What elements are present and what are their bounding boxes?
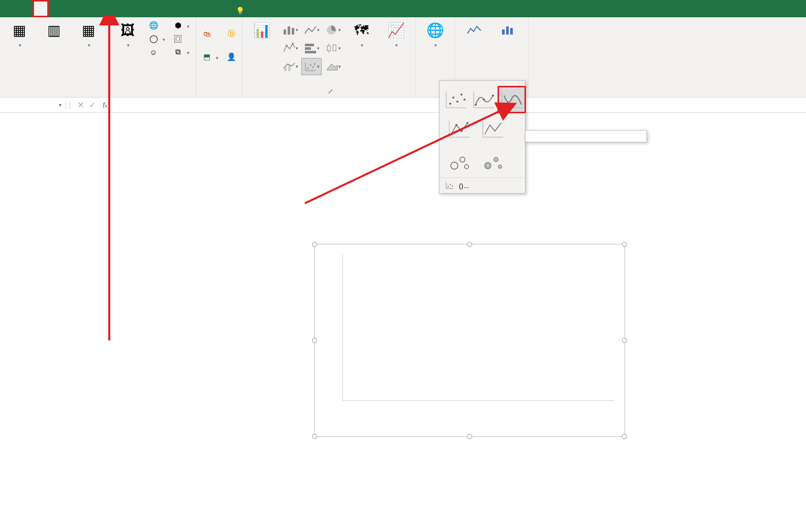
screenshot-button[interactable]: ⧉ <box>170 46 193 58</box>
svg-rect-0 <box>284 29 286 35</box>
column-chart-button[interactable]: ▾ <box>280 21 300 39</box>
bubble-option[interactable] <box>443 149 475 176</box>
tab-relaxword[interactable] <box>195 0 211 17</box>
svg-point-5 <box>292 43 294 45</box>
tab-relaxapps[interactable] <box>211 0 228 17</box>
scatter-lines-option[interactable] <box>476 115 509 143</box>
tab-home[interactable] <box>16 0 33 17</box>
svg-point-42 <box>455 124 457 126</box>
svg-rect-7 <box>305 47 311 50</box>
svg-point-49 <box>464 165 469 169</box>
svg-point-50 <box>484 162 491 169</box>
scatter-lines-markers-option[interactable] <box>443 115 475 143</box>
image-icon: 🖼 <box>119 21 136 39</box>
store-icon: 🛍 <box>202 29 211 38</box>
tab-data[interactable] <box>98 0 114 17</box>
svg-point-44 <box>467 122 469 124</box>
map-icon: 🗺 <box>353 21 370 39</box>
svg-point-55 <box>448 186 449 187</box>
bubble-3d-option[interactable] <box>476 149 509 176</box>
enter-icon[interactable]: ✓ <box>89 100 96 110</box>
online-image-button[interactable]: 🌐 <box>146 19 168 32</box>
embedded-chart[interactable] <box>314 244 625 437</box>
table-button[interactable]: ▦ <box>72 19 105 50</box>
svg-point-51 <box>493 157 499 162</box>
svg-point-30 <box>460 93 462 96</box>
pivot-table-button[interactable]: ▦ <box>3 19 36 50</box>
globe-icon: 🌐 <box>426 21 444 39</box>
scatter-smooth-markers-option[interactable] <box>470 86 497 113</box>
menu-tabs: 💡 <box>0 0 806 17</box>
svg-rect-6 <box>305 44 314 46</box>
surface-chart-button[interactable]: ▾ <box>323 58 343 75</box>
more-scatter-option[interactable]: ()... <box>440 177 525 193</box>
svg-rect-14 <box>288 65 291 71</box>
ribbon-group-illust: 🖼 🌐 ◯ ☺ ⬢ ⿴ ⧉ <box>108 17 196 97</box>
svg-point-56 <box>450 184 451 185</box>
svg-rect-24 <box>510 28 513 35</box>
scatter-smooth-option[interactable] <box>498 86 526 113</box>
scatter-markers-option[interactable] <box>443 86 469 113</box>
recommended-pivot-button[interactable]: ▥ <box>38 19 70 43</box>
svg-rect-9 <box>327 46 330 51</box>
icons-button[interactable]: ☺ <box>146 46 168 58</box>
map-button[interactable]: 🗺 <box>345 19 378 50</box>
combo-chart-button[interactable]: ▾ <box>280 58 300 75</box>
tab-pagelayout[interactable] <box>65 0 81 17</box>
people-icon: 👤 <box>227 52 236 61</box>
chart-plot-area[interactable] <box>342 254 614 401</box>
pivotchart-icon: 📈 <box>387 21 405 39</box>
name-box-input[interactable] <box>4 101 50 109</box>
tab-developer[interactable] <box>146 0 163 17</box>
image-button[interactable]: 🖼 <box>111 19 144 50</box>
scatter-chart-button[interactable]: ▾ <box>301 58 322 75</box>
stat-chart-button[interactable]: ▾ <box>323 40 343 57</box>
smartart-button[interactable]: ⿴ <box>170 33 193 45</box>
sparkline-line-button[interactable] <box>458 19 490 43</box>
table-icon: ▦ <box>80 21 97 39</box>
shapes-button[interactable]: ◯ <box>146 33 168 45</box>
hier-chart-button[interactable]: ▾ <box>280 40 300 57</box>
tab-file[interactable] <box>0 0 16 17</box>
recommended-charts-button[interactable]: 📊 <box>245 19 278 43</box>
svg-point-41 <box>450 133 452 135</box>
tellme[interactable]: 💡 <box>228 0 255 17</box>
tab-insert[interactable] <box>33 0 49 17</box>
tab-review[interactable] <box>114 0 130 17</box>
scatter-chart-dropdown: ()... <box>439 80 525 194</box>
store-button[interactable]: 🛍 <box>199 27 222 40</box>
bing-icon: ⓑ <box>227 29 236 38</box>
pie-chart-button[interactable]: ▾ <box>323 21 343 39</box>
group-label-tables <box>3 94 105 97</box>
bar-chart-button[interactable]: ▾ <box>301 40 322 57</box>
line-chart-button[interactable]: ▾ <box>301 21 322 39</box>
svg-point-52 <box>498 165 502 169</box>
ribbon-group-tables: ▦ ▥ ▦ <box>0 17 108 97</box>
rec-chart-icon: 📊 <box>253 21 270 39</box>
tab-relaxshapes[interactable] <box>179 0 195 17</box>
people-graph-button[interactable]: 👤 <box>224 51 239 63</box>
fx-icon[interactable]: fx <box>103 101 111 109</box>
svg-point-29 <box>456 101 458 103</box>
tab-formulas[interactable] <box>81 0 98 17</box>
formula-bar: ▾ ⋮ ✕ ✓ fx <box>0 98 806 113</box>
sparkline-col-button[interactable] <box>492 19 525 43</box>
3dmap-button[interactable]: 🌐 <box>419 19 451 50</box>
cancel-icon[interactable]: ✕ <box>77 100 84 110</box>
3dmodel-button[interactable]: ⬢ <box>170 19 193 32</box>
name-box[interactable]: ▾ <box>0 101 66 109</box>
bing-button[interactable]: ⓑ <box>224 27 239 40</box>
tab-relaxtools[interactable] <box>163 0 179 17</box>
svg-point-47 <box>451 162 458 169</box>
pivotchart-button[interactable]: 📈 <box>380 19 412 50</box>
smartart-icon: ⿴ <box>173 34 182 43</box>
svg-point-18 <box>309 65 311 66</box>
tab-view[interactable] <box>130 0 146 17</box>
myaddins-button[interactable]: ⬒ <box>199 51 222 63</box>
svg-point-43 <box>460 130 462 132</box>
tab-draw[interactable] <box>49 0 65 17</box>
namebox-dropdown-icon[interactable]: ▾ <box>59 102 61 108</box>
scatter-header <box>440 81 525 85</box>
bulb-icon: 💡 <box>236 7 244 15</box>
group-label-illust <box>111 94 193 97</box>
